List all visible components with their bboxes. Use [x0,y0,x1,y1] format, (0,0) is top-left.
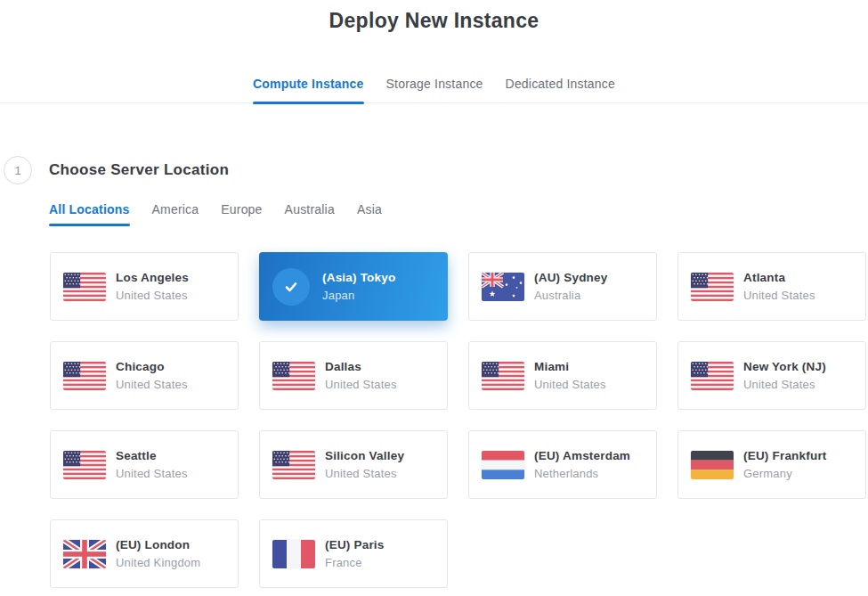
location-country: United States [743,379,826,391]
location-grid: Los AngelesUnited States(Asia) TokyoJapa… [50,252,868,588]
location-name: Atlanta [743,272,815,284]
instance-tabs: Compute InstanceStorage InstanceDedicate… [0,78,868,103]
au-flag-icon [482,273,524,301]
location-card-atlanta[interactable]: AtlantaUnited States [677,252,866,321]
location-country: United States [116,468,188,480]
location-name: (AU) Sydney [534,272,607,284]
location-name: (EU) London [116,539,200,551]
location-country: Germany [743,468,827,480]
location-country: United States [116,290,189,302]
location-card-new-york-nj[interactable]: New York (NJ)United States [677,341,866,410]
location-filter-tabs: All LocationsAmericaEuropeAustraliaAsia [49,203,868,224]
us-flag-icon [63,451,106,479]
location-card-chicago[interactable]: ChicagoUnited States [50,341,239,410]
location-card-silicon-valley[interactable]: Silicon ValleyUnited States [259,430,448,499]
location-name: Silicon Valley [325,450,404,462]
location-country: United States [325,468,404,480]
location-card-seattle[interactable]: SeattleUnited States [50,430,239,499]
location-country: United States [743,290,815,302]
location-card-asia-tokyo[interactable]: (Asia) TokyoJapan [259,252,448,321]
section-header: 1 Choose Server Location [0,156,868,184]
location-tab-asia[interactable]: Asia [357,203,382,224]
location-country: Australia [534,290,607,302]
location-card-eu-frankfurt[interactable]: (EU) FrankfurtGermany [677,430,866,499]
nl-flag-icon [482,451,524,479]
location-card-los-angeles[interactable]: Los AngelesUnited States [50,252,239,321]
location-name: Seattle [116,450,188,462]
fr-flag-icon [272,540,315,568]
location-name: (EU) Frankfurt [743,450,827,462]
us-flag-icon [63,362,106,390]
us-flag-icon [63,273,106,301]
us-flag-icon [482,362,524,390]
location-name: Chicago [116,361,188,373]
location-tab-europe[interactable]: Europe [221,203,262,224]
location-country: United States [534,379,606,391]
location-card-eu-london[interactable]: (EU) LondonUnited Kingdom [50,519,239,588]
tab-compute-instance[interactable]: Compute Instance [253,78,364,102]
location-country: United States [116,379,188,391]
location-country: Netherlands [534,468,630,480]
location-card-eu-amsterdam[interactable]: (EU) AmsterdamNetherlands [468,430,657,499]
tab-dedicated-instance[interactable]: Dedicated Instance [506,78,615,102]
us-flag-icon [272,451,315,479]
location-name: (Asia) Tokyo [322,272,395,284]
location-country: United Kingdom [116,557,200,569]
location-name: Miami [534,361,606,373]
step-number-badge: 1 [4,156,32,184]
location-card-dallas[interactable]: DallasUnited States [259,341,448,410]
location-country: France [325,557,385,569]
location-tab-all-locations[interactable]: All Locations [49,203,130,224]
location-tab-australia[interactable]: Australia [285,203,335,224]
location-name: Los Angeles [116,272,189,284]
location-tab-america[interactable]: America [152,203,199,224]
location-card-eu-paris[interactable]: (EU) ParisFrance [259,519,448,588]
gb-flag-icon [63,540,106,568]
section-title: Choose Server Location [49,161,229,179]
tab-storage-instance[interactable]: Storage Instance [386,78,483,102]
de-flag-icon [691,451,734,479]
page-title: Deploy New Instance [0,0,868,33]
location-name: New York (NJ) [743,361,826,373]
us-flag-icon [691,362,734,390]
location-name: Dallas [325,361,397,373]
location-card-au-sydney[interactable]: (AU) SydneyAustralia [468,252,657,321]
check-icon [272,268,310,306]
location-country: Japan [322,290,395,302]
location-country: United States [325,379,397,391]
us-flag-icon [691,273,734,301]
location-name: (EU) Amsterdam [534,450,630,462]
location-name: (EU) Paris [325,539,385,551]
location-card-miami[interactable]: MiamiUnited States [468,341,657,410]
us-flag-icon [272,362,315,390]
